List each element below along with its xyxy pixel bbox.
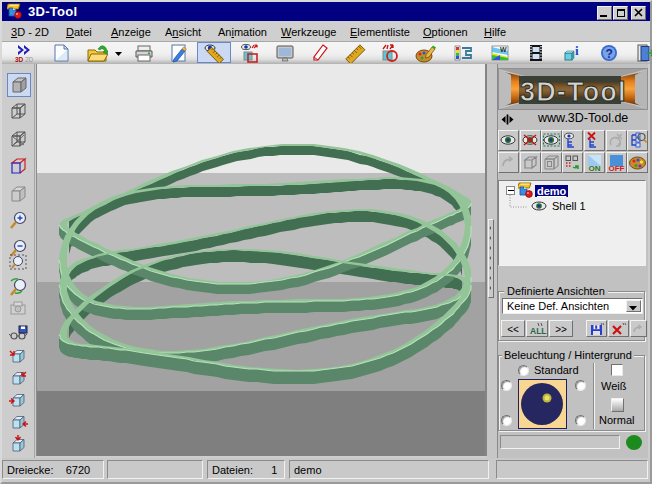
svg-text:3D: 3D xyxy=(15,56,24,63)
svg-text:ON: ON xyxy=(589,164,601,172)
svg-text:OFF: OFF xyxy=(609,164,625,172)
svg-text:W: W xyxy=(500,46,507,53)
svg-text:3D-Tool: 3D-Tool xyxy=(520,77,624,107)
svg-text:?: ? xyxy=(606,47,613,61)
svg-text:i: i xyxy=(575,43,579,58)
svg-text:ALL: ALL xyxy=(530,326,547,336)
svg-text:2D: 2D xyxy=(25,56,34,63)
